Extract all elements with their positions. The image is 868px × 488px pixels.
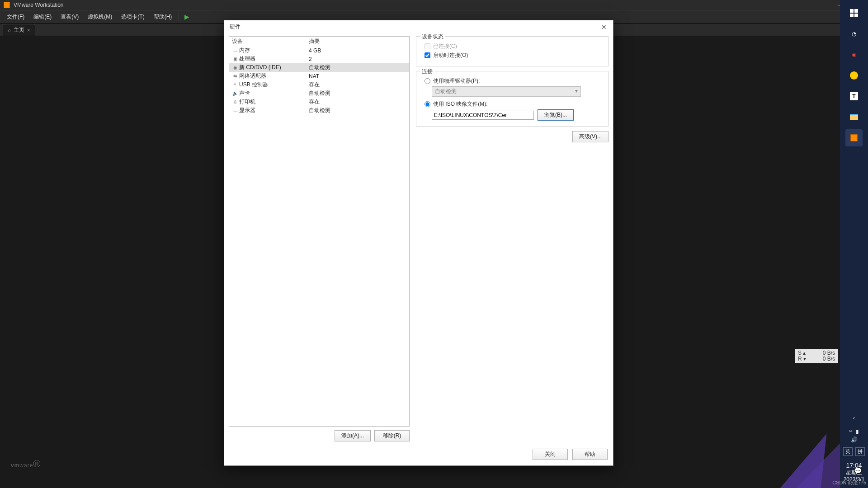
memory-icon: ▭ — [232, 48, 238, 53]
device-name: 显示器 — [239, 107, 255, 114]
physical-drive-row: 使用物理驱动器(P): — [425, 77, 603, 85]
wifi-icon[interactable]: ⌔ — [849, 428, 852, 435]
device-list[interactable]: 设备 摘要 ▭内存 4 GB ▣处理器 2 ◉新 CD/DVD (IDE) 自动… — [229, 36, 410, 427]
physical-drive-radio[interactable] — [425, 78, 430, 84]
connect-poweron-row: 启动时连接(O) — [425, 52, 603, 59]
net-s-label: S — [798, 350, 802, 356]
device-row-display[interactable]: ▭显示器 自动检测 — [229, 106, 409, 115]
menu-file[interactable]: 文件(F) — [3, 12, 28, 22]
display-icon: ▭ — [232, 108, 238, 113]
printer-icon: ⎙ — [232, 99, 238, 105]
device-row-cpu[interactable]: ▣处理器 2 — [229, 55, 409, 63]
net-speed-widget: S ▴ R ▾ 0 B/s 0 B/s — [795, 349, 838, 363]
device-row-printer[interactable]: ⎙打印机 存在 — [229, 98, 409, 106]
dialog-help-button[interactable]: 帮助 — [572, 449, 608, 460]
battery-icon[interactable]: ▮ — [856, 428, 859, 435]
tray-chevron-icon[interactable]: ‹ — [845, 409, 863, 427]
device-row-usb[interactable]: ⑂USB 控制器 存在 — [229, 80, 409, 89]
watermark: CSDN @渣775 — [832, 479, 866, 486]
device-row-cddvd[interactable]: ◉新 CD/DVD (IDE) 自动检测 — [229, 63, 409, 72]
menu-help[interactable]: 帮助(H) — [150, 12, 176, 22]
svg-rect-2 — [850, 14, 854, 17]
sound-icon: 🔈 — [232, 91, 238, 96]
menu-separator — [179, 13, 179, 21]
dialog-titlebar: 硬件 ✕ — [224, 20, 613, 33]
device-name: 内存 — [239, 47, 250, 54]
disc-icon: ◉ — [232, 65, 238, 70]
col-device: 设备 — [232, 38, 309, 45]
app-titlebar: VMware Workstation ─ ❐ ✕ — [0, 0, 868, 10]
device-row-sound[interactable]: 🔈声卡 自动检测 — [229, 89, 409, 98]
connection-group: 连接 使用物理驱动器(P): 自动检测 使用 ISO 映像文件(M): 浏览(B… — [416, 71, 609, 127]
device-summary: NAT — [309, 73, 319, 80]
decorative-graphic — [732, 398, 841, 488]
volume-icon[interactable]: 🔊 — [851, 435, 858, 445]
connected-label: 已连接(C) — [433, 42, 457, 50]
taskbar-app-3[interactable] — [845, 67, 863, 84]
vmware-icon — [4, 2, 10, 8]
device-list-header: 设备 摘要 — [229, 37, 409, 46]
dialog-title: 硬件 — [230, 23, 599, 31]
svg-rect-0 — [850, 9, 854, 13]
tab-home[interactable]: ⌂ 主页 × — [3, 24, 35, 36]
connect-poweron-label: 启动时连接(O) — [433, 52, 468, 59]
connected-row: 已连接(C) — [425, 42, 603, 50]
taskbar-app-1[interactable]: ◔ — [845, 25, 863, 42]
logo-ware: ware — [19, 462, 33, 469]
device-status-group: 设备状态 已连接(C) 启动时连接(O) — [416, 36, 609, 66]
menu-edit[interactable]: 编辑(E) — [29, 12, 56, 22]
device-status-legend: 设备状态 — [420, 33, 445, 41]
svg-rect-3 — [854, 14, 858, 17]
device-summary: 自动检测 — [309, 64, 330, 71]
device-row-network[interactable]: ⇆网络适配器 NAT — [229, 72, 409, 80]
iso-label: 使用 ISO 映像文件(M): — [433, 100, 488, 108]
ime-mode: 拼 — [855, 447, 865, 456]
menu-view[interactable]: 查看(V) — [57, 12, 83, 22]
menu-vm[interactable]: 虚拟机(M) — [84, 12, 116, 22]
device-summary: 自动检测 — [309, 107, 330, 114]
physical-drive-label: 使用物理驱动器(P): — [433, 77, 480, 85]
advanced-button[interactable]: 高级(V)... — [572, 131, 609, 142]
taskbar-app-4[interactable]: T — [845, 88, 863, 105]
play-icon[interactable]: ▶ — [182, 13, 192, 20]
device-name: USB 控制器 — [239, 81, 268, 89]
home-icon: ⌂ — [8, 28, 11, 33]
app-title: VMware Workstation — [14, 2, 835, 8]
device-name: 声卡 — [239, 89, 250, 97]
device-summary: 2 — [309, 56, 312, 62]
ime-indicator[interactable]: 英 拼 — [843, 445, 865, 459]
iso-path-input[interactable] — [432, 111, 534, 120]
windows-taskbar: ◔ ◉ T ‹ ⌔ ▮ 🔊 英 拼 17:04 星期三 2023/3/1 💬 — [840, 0, 868, 488]
add-device-button[interactable]: 添加(A)... — [335, 430, 371, 441]
physical-drive-select: 自动检测 — [432, 86, 581, 97]
device-name: 网络适配器 — [239, 72, 266, 80]
iso-radio[interactable] — [425, 101, 430, 107]
connect-poweron-checkbox[interactable] — [425, 52, 430, 58]
browse-button[interactable]: 浏览(B)... — [538, 109, 574, 121]
connected-checkbox — [425, 43, 430, 49]
network-icon: ⇆ — [232, 74, 238, 79]
net-up-value: 0 B/s — [823, 350, 835, 356]
logo-vm: vm — [11, 462, 19, 469]
dialog-close-button[interactable]: 关闭 — [533, 449, 568, 460]
svg-rect-1 — [854, 9, 858, 13]
device-name: 新 CD/DVD (IDE) — [239, 64, 281, 71]
connection-legend: 连接 — [420, 68, 434, 75]
dialog-close-icon[interactable]: ✕ — [599, 23, 609, 31]
menu-tabs[interactable]: 选项卡(T) — [117, 12, 148, 22]
device-summary: 存在 — [309, 81, 320, 89]
start-button[interactable] — [845, 5, 863, 22]
tab-close-icon[interactable]: × — [27, 27, 30, 33]
device-summary: 自动检测 — [309, 89, 330, 97]
taskbar-vmware[interactable] — [845, 129, 863, 146]
col-summary: 摘要 — [309, 38, 320, 45]
vmware-logo: vmware® — [11, 458, 41, 470]
cpu-icon: ▣ — [232, 56, 238, 62]
taskbar-chrome[interactable]: ◉ — [845, 46, 863, 63]
dialog-footer: 关闭 帮助 — [224, 444, 613, 465]
iso-row: 使用 ISO 映像文件(M): — [425, 100, 603, 108]
remove-device-button[interactable]: 移除(R) — [374, 430, 410, 441]
taskbar-explorer[interactable] — [845, 108, 863, 126]
notification-icon[interactable]: 💬 — [854, 467, 862, 474]
device-row-memory[interactable]: ▭内存 4 GB — [229, 46, 409, 55]
